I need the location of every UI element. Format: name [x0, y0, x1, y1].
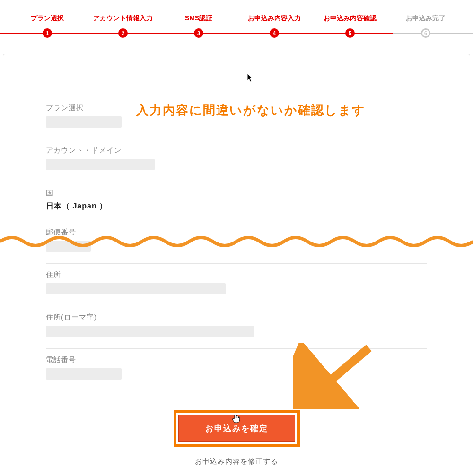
label-tel: 電話番号 — [46, 355, 427, 364]
step-number: 3 — [194, 28, 203, 38]
step-number: 1 — [43, 28, 52, 38]
step-confirm: お申込み内容確認 5 — [312, 14, 388, 26]
row-country: 国 日本（ Japan ） — [46, 182, 427, 221]
label-address-roman: 住所(ローマ字) — [46, 313, 427, 322]
step-label: プラン選択 — [9, 14, 85, 23]
step-label: お申込み内容入力 — [236, 14, 312, 23]
row-domain: アカウント・ドメイン — [46, 139, 427, 182]
step-input: お申込み内容入力 4 — [236, 14, 312, 26]
step-label: お申込み完了 — [388, 14, 464, 23]
row-tel: 電話番号 — [46, 349, 427, 391]
value-country: 日本（ Japan ） — [46, 202, 107, 210]
label-country: 国 — [46, 189, 427, 198]
progress-stepper: プラン選択 1 アカウント情報入力 2 SMS認証 3 お申込み内容入力 4 お… — [0, 0, 473, 31]
step-number: 4 — [270, 28, 279, 38]
highlight-box: お申込みを確定 — [174, 410, 300, 447]
row-zip: 郵便番号 — [46, 221, 427, 264]
row-address: 住所 — [46, 264, 427, 306]
step-label: SMS認証 — [161, 14, 236, 23]
annotation-headline: 入力内容に間違いがないか確認します — [132, 95, 435, 131]
value-plan-redacted — [46, 116, 122, 128]
step-number: 6 — [421, 28, 430, 38]
row-address-roman: 住所(ローマ字) — [46, 306, 427, 349]
label-zip: 郵便番号 — [46, 228, 427, 237]
label-address: 住所 — [46, 270, 427, 279]
value-domain-redacted — [46, 159, 155, 170]
value-address-redacted — [46, 283, 226, 294]
modify-link[interactable]: お申込み内容を修正する — [46, 457, 427, 466]
step-number: 2 — [118, 28, 128, 38]
step-account: アカウント情報入力 2 — [85, 14, 161, 26]
step-complete: お申込み完了 6 — [388, 14, 464, 26]
step-label: お申込み内容確認 — [312, 14, 388, 23]
value-tel-redacted — [46, 368, 122, 380]
step-number: 5 — [345, 28, 355, 38]
step-sms: SMS認証 3 — [161, 14, 236, 26]
value-zip-redacted — [46, 241, 91, 252]
confirm-button[interactable]: お申込みを確定 — [178, 415, 295, 442]
step-label: アカウント情報入力 — [85, 14, 161, 23]
action-bar: お申込みを確定 お申込み内容を修正する — [46, 410, 427, 466]
value-address-roman-redacted — [46, 326, 254, 337]
step-plan: プラン選択 1 — [9, 14, 85, 26]
label-domain: アカウント・ドメイン — [46, 146, 427, 155]
